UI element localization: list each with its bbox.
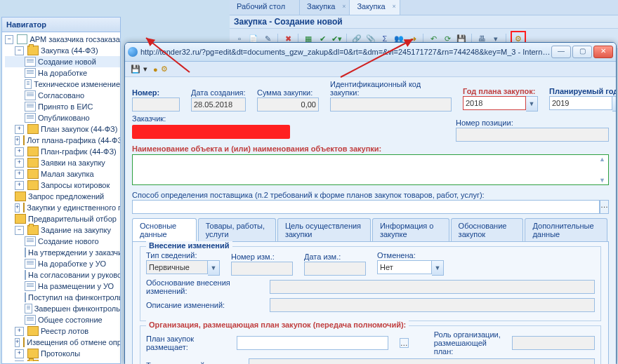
plan-input[interactable] [237, 336, 388, 350]
expand-icon[interactable]: + [15, 125, 24, 134]
tree-item[interactable]: На доработке [5, 67, 120, 79]
tree-item[interactable]: На доработке у УО [5, 258, 120, 269]
maximize-button[interactable]: ▢ [572, 46, 592, 58]
tab-zakupka-1[interactable]: Закупка× [300, 0, 350, 15]
tab-info[interactable]: Информация о закупке [372, 218, 449, 241]
tree-item[interactable]: −Контракты [5, 359, 120, 361]
tree-root[interactable]: −АРМ заказчика госзаказа [5, 34, 120, 45]
expand-icon[interactable]: + [15, 327, 24, 336]
tree-item[interactable]: Предварительный отбор [5, 213, 120, 224]
opis-input[interactable] [270, 298, 595, 312]
save-icon[interactable]: 💾 [131, 65, 140, 74]
god-select[interactable] [463, 96, 526, 110]
close-icon[interactable]: × [342, 3, 346, 10]
label: Заказчик: [132, 114, 445, 123]
window-title: http://tender32.ru/?pg=edit&dt=documents… [140, 48, 551, 56]
dizm-input[interactable] [304, 262, 366, 276]
scroll-up-icon[interactable]: ▲ [599, 156, 605, 163]
tree-item[interactable]: +План закупок (44-ФЗ) [5, 123, 120, 135]
folder-icon [15, 214, 26, 224]
close-icon[interactable]: × [392, 3, 395, 10]
otm-select[interactable] [377, 260, 432, 274]
lookup-button[interactable]: … [400, 338, 409, 348]
tab-zakupka-2[interactable]: Закупка× [350, 0, 400, 15]
summa-input[interactable] [257, 97, 319, 112]
tab-purpose[interactable]: Цель осуществления закупки [277, 218, 371, 241]
tip-select[interactable] [146, 260, 208, 274]
tree-item[interactable]: Техническое изменение [5, 79, 120, 90]
date-created-input[interactable] [191, 97, 246, 112]
tree-item[interactable]: Завершен финконтроль [5, 303, 120, 314]
tree-item[interactable]: +Лот плана-графика (44-ФЗ) [5, 135, 120, 146]
plan-god-select[interactable] [549, 96, 612, 110]
tree-item[interactable]: +Реестр лотов [5, 325, 120, 337]
tree-item[interactable]: +Запросы котировок [5, 180, 120, 191]
tree-item[interactable]: Согласовано [5, 90, 120, 101]
ident-input[interactable] [330, 97, 452, 112]
tab-desktop[interactable]: Рабочий стол [230, 0, 300, 15]
scroll-down-icon[interactable]: ▼ [599, 177, 605, 184]
rol-input[interactable] [512, 336, 595, 350]
chevron-down-icon[interactable]: ▼ [208, 260, 220, 276]
nompos-input[interactable] [456, 128, 609, 142]
doc-icon [25, 270, 26, 280]
action1-icon[interactable]: ● [153, 65, 158, 74]
tree-item[interactable]: Поступил на финконтроль [5, 292, 120, 303]
tp-input[interactable] [249, 358, 595, 364]
tree-item[interactable]: Общее состояние [5, 314, 120, 325]
tree-zakupka[interactable]: −Закупка (44-ФЗ) [5, 45, 120, 56]
action2-icon[interactable]: ⚙ [161, 65, 168, 73]
tree-item[interactable]: Создание новой [5, 56, 120, 67]
navigator-title: Навигатор [2, 18, 120, 32]
folder-icon [27, 147, 39, 156]
expand-icon[interactable]: + [15, 338, 20, 347]
tree-item[interactable]: Создание нового [5, 236, 120, 247]
lookup-button[interactable]: … [600, 200, 609, 214]
expand-icon[interactable]: + [15, 136, 20, 145]
expand-icon[interactable]: + [15, 147, 24, 156]
tree-item[interactable]: +Извещения об отмене опреде [5, 337, 120, 348]
collapse-icon[interactable]: − [15, 226, 24, 235]
tree-item[interactable]: На согласовании у руково [5, 269, 120, 281]
nomer-input[interactable] [132, 97, 180, 112]
obosn-input[interactable] [270, 280, 595, 294]
chevron-down-icon[interactable]: ▼ [526, 96, 538, 112]
tab-extra[interactable]: Дополнительные данные [525, 218, 607, 241]
tab-just[interactable]: Обоснование закупок [451, 218, 524, 241]
expand-icon[interactable]: + [15, 203, 20, 213]
tree-item[interactable]: На утверждении у заказчи [5, 247, 120, 258]
expand-icon[interactable]: + [15, 181, 24, 190]
expand-icon[interactable]: + [15, 349, 24, 358]
folder-open-icon [27, 225, 39, 235]
doc-icon [25, 248, 26, 257]
expand-icon[interactable]: + [15, 170, 24, 179]
label: План закупок размещает: [146, 335, 225, 351]
chevron-down-icon[interactable]: ▼ [432, 260, 444, 276]
tree-item[interactable]: +Заявки на закупку [5, 157, 120, 168]
doc-icon [25, 68, 36, 78]
tree-item[interactable]: +Закупки у единственного пост [5, 202, 120, 213]
tree-item[interactable]: +Малая закупка [5, 168, 120, 180]
tree-item[interactable]: −Задание на закупку [5, 224, 120, 236]
tree-item[interactable]: Запрос предложений [5, 191, 120, 202]
tree-item[interactable]: На размещении у УО [5, 281, 120, 292]
tree-item[interactable]: +Протоколы [5, 348, 120, 359]
nizm-input[interactable] [231, 262, 293, 276]
tab-main[interactable]: Основные данные [132, 218, 197, 241]
collapse-icon[interactable]: − [5, 35, 13, 44]
tab-goods[interactable]: Товары, работы, услуги [198, 218, 276, 241]
dropdown-icon[interactable]: ▾ [143, 65, 147, 74]
tree-item[interactable]: Опубликовано [5, 112, 120, 123]
collapse-icon[interactable]: − [15, 46, 24, 55]
tree-item[interactable]: Принято в ЕИС [5, 101, 120, 112]
collapse-icon[interactable]: − [15, 360, 24, 362]
sposob-input[interactable] [132, 200, 600, 214]
tree-item[interactable]: +План-график (44-ФЗ) [5, 146, 120, 157]
chevron-down-icon[interactable]: ▼ [612, 96, 616, 112]
doc-icon [25, 304, 32, 314]
naimen-textarea[interactable]: ▲▼ [132, 154, 609, 185]
minimize-button[interactable]: — [551, 46, 571, 58]
doc-title: Закупка - Создание новой [230, 15, 618, 28]
close-button[interactable]: ✕ [593, 46, 613, 58]
expand-icon[interactable]: + [15, 159, 24, 168]
